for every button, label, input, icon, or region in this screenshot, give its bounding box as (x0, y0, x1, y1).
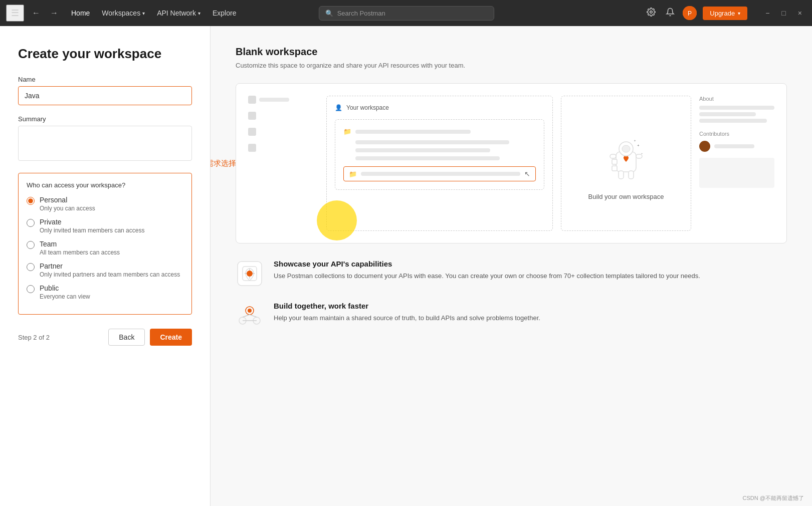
close-button[interactable]: × (794, 7, 806, 19)
back-button[interactable]: ← (28, 7, 44, 20)
summary-input[interactable] (18, 126, 192, 161)
chinese-annotation: 根据自己需求选择 (211, 159, 236, 168)
right-panel: Blank workspace Customize this space to … (211, 26, 812, 506)
access-section: Who can access your workspace? Personal … (18, 173, 192, 315)
button-row: Back Create (108, 329, 192, 346)
svg-rect-6 (610, 154, 616, 158)
search-placeholder: Search Postman (337, 10, 385, 17)
radio-partner-input[interactable] (27, 263, 35, 271)
preview-inner-area: 📁 📁 ↖ (335, 119, 544, 190)
name-input[interactable] (18, 86, 192, 105)
main-content: Create your workspace Name Summary Who c… (0, 26, 812, 506)
preview-main-area: 👤 Your workspace 📁 📁 (326, 96, 553, 231)
notification-icon[interactable] (664, 6, 677, 21)
forward-button[interactable]: → (46, 7, 62, 20)
radio-partner: Partner Only invited partners and team m… (27, 262, 183, 278)
contributors-title: Contributors (699, 131, 774, 137)
maximize-button[interactable]: □ (777, 7, 789, 19)
preview-blob (317, 200, 357, 240)
astronaut-illustration: + + ✦ (601, 127, 651, 187)
svg-text:P: P (688, 10, 692, 17)
search-bar[interactable]: 🔍 Search Postman (319, 6, 494, 21)
left-panel: Create your workspace Name Summary Who c… (0, 26, 211, 506)
menu-button[interactable]: ☰ (6, 5, 24, 22)
watermark: CSDN @不能再留遗憾了 (743, 494, 804, 502)
feature-showcase: Showcase your API's capabilities Use Pos… (236, 260, 787, 288)
svg-text:+: + (637, 143, 640, 148)
contributor-name-line (714, 144, 754, 148)
preview-about-section: About Contributors (699, 96, 774, 231)
preview-gray-box (699, 158, 774, 188)
nav-links: Home Workspaces ▾ API Network ▾ Explore (66, 6, 241, 20)
svg-text:+: + (641, 152, 643, 155)
build-workspace-section: + + ✦ Build your own workspace (561, 96, 691, 231)
radio-team-input[interactable] (27, 241, 35, 249)
build-label: Build your own workspace (588, 193, 664, 200)
svg-point-5 (622, 145, 630, 152)
radio-team: Team All team members can access (27, 240, 183, 256)
preview-icon-1 (248, 96, 256, 104)
workspace-type-title: Blank workspace (236, 46, 787, 58)
step-indicator: Step 2 of 2 (18, 334, 50, 341)
svg-point-24 (248, 309, 252, 313)
minimize-button[interactable]: − (761, 7, 773, 19)
svg-line-21 (243, 315, 250, 317)
radio-public-input[interactable] (27, 285, 35, 293)
svg-rect-13 (612, 159, 617, 164)
upgrade-button[interactable]: Upgrade ▾ (703, 7, 747, 20)
nav-arrows: ← → (28, 7, 62, 20)
showcase-icon (236, 260, 264, 288)
page-title: Create your workspace (18, 46, 192, 62)
avatar[interactable]: P (683, 6, 697, 20)
chevron-down-icon: ▾ (198, 11, 200, 16)
preview-placeholder-line-4 (355, 156, 500, 160)
radio-private: Private Only invited team members can ac… (27, 218, 183, 234)
nav-workspaces[interactable]: Workspaces ▾ (97, 6, 150, 20)
preview-sidebar-icons (248, 96, 318, 104)
preview-folder-row: 📁 (343, 128, 536, 135)
settings-icon[interactable] (645, 6, 658, 21)
preview-selected-item: 📁 ↖ (343, 166, 536, 181)
titlebar-right: P Upgrade ▾ − □ × (645, 6, 806, 21)
feature-build: Build together, work faster Help your te… (236, 302, 787, 330)
nav-explore[interactable]: Explore (208, 6, 241, 20)
contributor-avatar (699, 141, 710, 152)
radio-private-input[interactable] (27, 219, 35, 227)
nav-home[interactable]: Home (66, 6, 95, 20)
about-title: About (699, 96, 774, 102)
preview-icon-column (248, 112, 318, 152)
showcase-text: Showcase your API's capabilities Use Pos… (274, 260, 700, 281)
about-lines (699, 106, 774, 123)
svg-rect-7 (636, 154, 642, 158)
preview-line-1 (259, 98, 289, 102)
radio-personal-input[interactable] (27, 197, 35, 205)
radio-personal: Personal Only you can access (27, 196, 183, 212)
build-title: Build together, work faster (274, 302, 540, 310)
preview-cursor-icon: ↖ (524, 170, 530, 178)
access-title: Who can access your workspace? (27, 181, 183, 189)
back-button[interactable]: Back (108, 329, 145, 346)
radio-public: Public Everyone can view (27, 284, 183, 300)
svg-point-17 (247, 271, 253, 277)
build-icon (236, 302, 264, 330)
about-line-2 (699, 112, 756, 116)
build-text: Build together, work faster Help your te… (274, 302, 540, 323)
search-icon: 🔍 (325, 10, 333, 17)
svg-rect-14 (612, 166, 617, 171)
contributor-row (699, 141, 774, 152)
preview-header-bar: 👤 Your workspace (335, 104, 544, 111)
about-line-3 (699, 119, 767, 123)
summary-label: Summary (18, 115, 192, 123)
svg-text:✦: ✦ (634, 139, 636, 142)
preview-sidebar (248, 96, 318, 231)
window-controls: − □ × (761, 7, 806, 19)
preview-selected-line (361, 172, 520, 176)
nav-api-network[interactable]: API Network ▾ (152, 6, 206, 20)
create-button[interactable]: Create (150, 329, 192, 346)
svg-rect-9 (629, 171, 634, 179)
showcase-title: Showcase your API's capabilities (274, 260, 700, 268)
step-row: Step 2 of 2 Back Create (18, 329, 192, 346)
preview-icon-3 (248, 128, 256, 136)
showcase-desc: Use Postman collections to document your… (274, 271, 700, 281)
preview-placeholder-line-3 (355, 148, 490, 152)
